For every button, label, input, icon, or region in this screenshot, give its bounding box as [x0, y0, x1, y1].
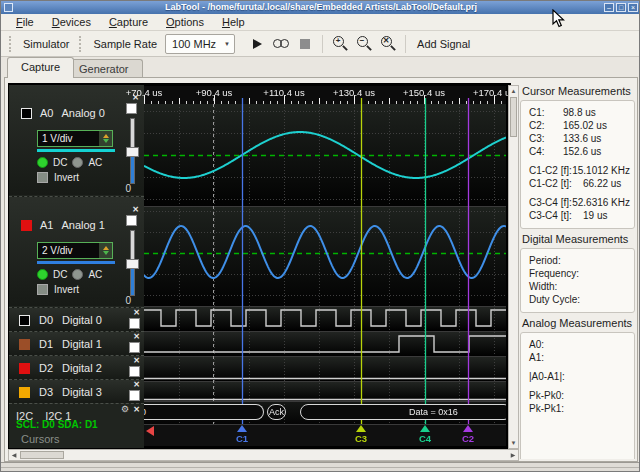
a1-invert-checkbox[interactable] [37, 284, 48, 295]
menu-file[interactable]: File [7, 15, 43, 29]
close-icon[interactable]: ✕ [133, 309, 140, 317]
menu-options[interactable]: Options [157, 15, 213, 29]
waveform-plot[interactable] [144, 86, 506, 446]
gear-icon[interactable]: ⚙ [121, 405, 129, 414]
d2-name-label: Digital 2 [62, 362, 102, 374]
close-icon[interactable]: ✕ [133, 357, 140, 365]
menu-help[interactable]: Help [213, 15, 254, 29]
c1c2-time-value: 66.22 us [583, 177, 621, 190]
title-bar[interactable]: LabTool - /home/furuta/.local/share/Embe… [1, 1, 640, 15]
zoom-out-button[interactable]: − [353, 34, 375, 54]
a1-visibility-checkbox[interactable] [126, 215, 137, 226]
cursor-marker-c4[interactable]: C4 [413, 425, 437, 444]
scroll-down-icon[interactable]: ▼ [509, 438, 518, 448]
maximize-button[interactable]: □ [616, 3, 626, 12]
sample-rate-label: Sample Rate [87, 36, 163, 52]
close-icon[interactable]: ✕ [133, 381, 140, 389]
scroll-up-icon[interactable]: ▲ [509, 86, 518, 96]
sample-rate-combobox[interactable]: 100 MHz ▼ [165, 34, 235, 54]
d2-id-label: D2 [39, 362, 53, 374]
add-signal-button[interactable]: Add Signal [411, 36, 476, 52]
continuous-capture-button[interactable] [270, 34, 292, 54]
tab-generator[interactable]: Generator [65, 59, 143, 78]
zoom-in-button[interactable]: + [329, 34, 351, 54]
cursor-marker-c1[interactable]: C1 [230, 425, 254, 444]
a0-ac-radio[interactable] [72, 157, 83, 168]
c1-value: 98.8 us [563, 106, 596, 119]
a1-ac-radio[interactable] [72, 269, 83, 280]
d2-visibility-checkbox[interactable] [129, 366, 140, 377]
a0-vdiv-value: 1 V/div [38, 131, 99, 146]
toolbar: Simulator Sample Rate 100 MHz ▼ + − ✕ Ad… [1, 31, 640, 57]
stop-button[interactable] [294, 34, 316, 54]
minimize-button[interactable]: – [604, 3, 614, 12]
zoom-all-button[interactable]: ✕ [377, 34, 399, 54]
spinner-arrows-icon[interactable] [99, 243, 112, 258]
a0-invert-checkbox[interactable] [37, 172, 48, 183]
stop-icon [300, 39, 310, 49]
frequency-label: Frequency: [529, 267, 579, 280]
d0-visibility-checkbox[interactable] [129, 318, 140, 329]
run-button[interactable] [246, 34, 268, 54]
scroll-left-icon[interactable]: ◀ [9, 450, 19, 460]
a0-volts-per-div-spinner[interactable]: 1 V/div [37, 130, 113, 147]
d3-name-label: Digital 3 [62, 386, 102, 398]
spinner-arrows-icon[interactable] [99, 131, 112, 146]
pkpk1-label: Pk-Pk1: [529, 402, 564, 415]
close-icon[interactable]: ✕ [133, 333, 140, 341]
d1-name-label: Digital 1 [62, 338, 102, 350]
simulator-button[interactable]: Simulator [17, 36, 75, 52]
tab-capture[interactable]: Capture [7, 57, 74, 78]
toolbar-grip[interactable] [79, 36, 83, 52]
d0-color-swatch[interactable] [19, 315, 30, 326]
close-icon[interactable]: ✕ [132, 206, 139, 214]
d1-color-swatch[interactable] [19, 339, 30, 350]
c3c4-freq-value: 52.6316 KHz [572, 196, 630, 209]
a0-visibility-checkbox[interactable] [126, 103, 137, 114]
cursor-marker-c2[interactable]: C2 [456, 425, 480, 444]
a0-name-label: Analog 0 [61, 107, 104, 119]
a0-dc-radio[interactable] [37, 157, 48, 168]
play-icon [253, 39, 262, 49]
c1-label: C1: [529, 106, 563, 119]
cursor-marker-c3[interactable]: C3 [349, 425, 373, 444]
horizontal-scroll-thumb[interactable] [20, 451, 64, 459]
menu-devices[interactable]: Devices [43, 15, 100, 29]
cursors-label: Cursors [21, 433, 60, 445]
pkpk0-label: Pk-Pk0: [529, 389, 564, 402]
close-button[interactable]: × [628, 3, 638, 12]
zoom-out-icon: − [356, 35, 373, 52]
i2c-decode-bubble-ack: Ack [267, 404, 286, 420]
a0-slider-handle[interactable] [126, 147, 139, 157]
scroll-right-icon[interactable]: ▶ [508, 450, 518, 460]
close-icon[interactable]: ✕ [133, 405, 140, 414]
channel-panel: A0 Analog 0 1 V/div DC AC Invert ✕ [9, 85, 144, 448]
plot-horizontal-scrollbar[interactable]: ◀ ▶ [8, 449, 519, 461]
menu-capture[interactable]: Capture [100, 15, 157, 29]
trigger-marker[interactable] [146, 426, 154, 436]
d3-visibility-checkbox[interactable] [129, 390, 140, 401]
cursor-measurements-box: C1:98.8 us C2:165.02 us C3:133.6 us C4:1… [520, 100, 635, 229]
vertical-scroll-thumb[interactable] [510, 97, 517, 137]
a1-slider-handle[interactable] [126, 259, 139, 269]
d2-color-swatch[interactable] [19, 363, 30, 374]
window-bottom-edge [1, 462, 640, 472]
d3-color-swatch[interactable] [19, 387, 30, 398]
i2c-decode-bubble-address: 60 [144, 404, 264, 420]
a0-dc-label: DC [53, 157, 67, 168]
a1-color-swatch[interactable] [21, 220, 32, 231]
toolbar-separator [405, 35, 406, 53]
a0-zero-label: 0 [125, 183, 131, 194]
i2c-config-label: SCL: D0 SDA: D1 [16, 419, 98, 430]
a1-volts-per-div-spinner[interactable]: 2 V/div [37, 242, 113, 259]
plot-vertical-scrollbar[interactable]: ▲ ▼ [508, 85, 519, 449]
measurements-panel: Cursor Measurements C1:98.8 us C2:165.02… [520, 81, 635, 459]
a1-id-label: A1 [40, 219, 53, 231]
c3c4-time-value: 19 us [583, 209, 607, 222]
d1-visibility-checkbox[interactable] [129, 342, 140, 353]
a0-color-swatch[interactable] [21, 108, 32, 119]
a1-dc-radio[interactable] [37, 269, 48, 280]
close-icon[interactable]: ✕ [132, 94, 139, 102]
toolbar-grip[interactable] [9, 36, 13, 52]
analog-measurements-title: Analog Measurements [522, 317, 635, 329]
